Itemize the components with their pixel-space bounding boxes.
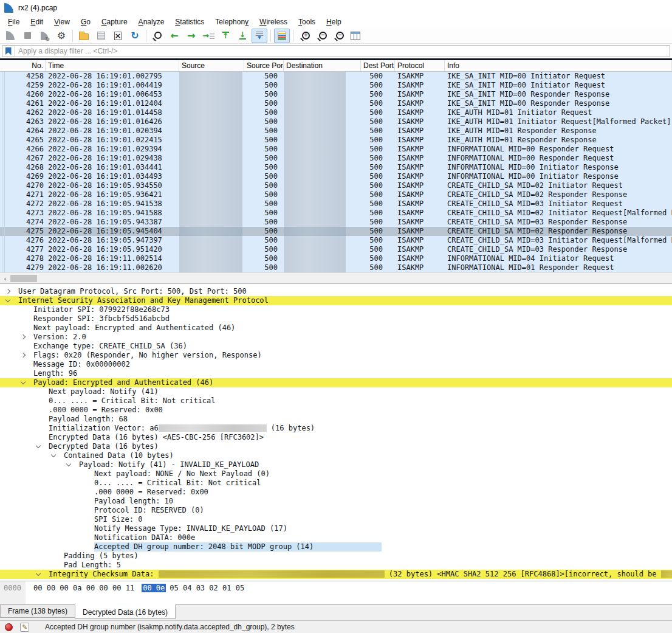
column-header-time[interactable]: Time (46, 60, 179, 71)
packet-row[interactable]: 42662022-06-28 16:19:01.029394500500ISAK… (0, 145, 672, 154)
save-file-button[interactable] (93, 29, 109, 43)
packet-row[interactable]: 42772022-06-28 16:19:05.951420500500ISAK… (0, 245, 672, 254)
detail-line[interactable]: Encrypted Data (16 bytes) <AES-CBC-256 [… (0, 433, 672, 442)
capture-options-button[interactable] (53, 29, 69, 43)
column-header-dest[interactable]: Destination (284, 60, 361, 71)
hex-bytes-before[interactable]: 00 00 00 0a 00 00 00 11 (33, 584, 134, 592)
go-to-packet-button[interactable] (201, 29, 216, 43)
filter-bookmark-button[interactable] (2, 46, 15, 57)
detail-line[interactable]: Next payload: Encrypted and Authenticate… (0, 323, 672, 333)
hscrollbar-thumb[interactable] (10, 275, 37, 282)
detail-line[interactable]: Pad Length: 5 (0, 561, 672, 570)
packet-row[interactable]: 42612022-06-28 16:19:01.012404500500ISAK… (0, 99, 672, 108)
colorize-button[interactable] (274, 29, 290, 43)
packet-row[interactable]: 42622022-06-28 16:19:01.014458500500ISAK… (0, 108, 672, 117)
packet-row[interactable]: 42722022-06-28 16:19:05.941538500500ISAK… (0, 199, 672, 209)
capture-comment-icon[interactable] (20, 623, 29, 632)
packet-row[interactable]: 42692022-06-28 16:19:01.034493500500ISAK… (0, 172, 672, 181)
auto-scroll-button[interactable] (252, 29, 267, 43)
packet-row[interactable]: 42592022-06-28 16:19:01.004419500500ISAK… (0, 81, 672, 90)
packet-row[interactable]: 42582022-06-28 16:19:01.002795500500ISAK… (0, 72, 672, 81)
packet-row[interactable]: 42742022-06-28 16:19:05.943387500500ISAK… (0, 218, 672, 227)
zoom-in-button[interactable] (297, 29, 312, 43)
close-file-button[interactable] (110, 29, 126, 43)
tab-frame-138-bytes[interactable]: Frame (138 bytes) (0, 605, 75, 618)
display-filter-field[interactable] (2, 45, 670, 57)
detail-line[interactable]: Notification DATA: 000e (0, 533, 672, 542)
go-back-button[interactable] (166, 29, 182, 43)
menu-statistics[interactable]: Statistics (170, 16, 210, 27)
go-to-top-button[interactable] (218, 29, 233, 43)
detail-line[interactable]: Next payload: NONE / No Next Payload (0) (0, 469, 672, 479)
detail-line[interactable]: Payload: Encrypted and Authenticated (46… (0, 378, 672, 387)
menu-go[interactable]: Go (75, 16, 96, 27)
hex-bytes-after[interactable]: 05 04 03 02 01 05 (170, 584, 244, 592)
packet-row[interactable]: 42712022-06-28 16:19:05.936421500500ISAK… (0, 190, 672, 199)
detail-line[interactable]: Accepted DH group number: 2048 bit MODP … (0, 542, 672, 552)
detail-line[interactable]: SPI Size: 0 (0, 515, 672, 524)
detail-line[interactable]: .000 0000 = Reserved: 0x00 (0, 488, 672, 497)
detail-line[interactable]: Responder SPI: 3fbcbf5d516abcbd (0, 314, 672, 323)
packet-row[interactable]: 42732022-06-28 16:19:05.941588500500ISAK… (0, 209, 672, 218)
zoom-original-button[interactable] (331, 29, 346, 43)
detail-line[interactable]: Exchange type: CREATE_CHILD_SA (36) (0, 342, 672, 351)
menu-file[interactable]: File (2, 16, 25, 27)
menu-analyze[interactable]: Analyze (133, 16, 170, 27)
packet-row[interactable]: 42602022-06-28 16:19:01.006453500500ISAK… (0, 90, 672, 99)
expert-info-icon[interactable] (5, 623, 13, 631)
column-header-info[interactable]: Info (445, 60, 672, 71)
detail-line[interactable]: Padding (5 bytes) (0, 552, 672, 561)
open-file-button[interactable] (76, 29, 92, 43)
hex-bytes-row[interactable]: 00 00 00 0a 00 00 00 1100 0e05 04 03 02 … (26, 581, 244, 592)
menu-view[interactable]: View (49, 16, 75, 27)
tab-decrypted-data-16-bytes[interactable]: Decrypted Data (16 bytes) (75, 604, 176, 619)
detail-line[interactable]: Flags: 0x20 (Responder, No higher versio… (0, 351, 672, 360)
detail-line[interactable]: Internet Security Association and Key Ma… (0, 296, 672, 305)
detail-line[interactable]: Payload: Notify (41) - INVALID_KE_PAYLOA… (0, 460, 672, 469)
stop-capture-button[interactable] (19, 29, 35, 43)
detail-line[interactable]: Protocol ID: RESERVED (0) (0, 506, 672, 515)
packet-row[interactable]: 42752022-06-28 16:19:05.945404500500ISAK… (0, 227, 672, 236)
packet-row[interactable]: 42782022-06-28 16:19:11.002514500500ISAK… (0, 254, 672, 263)
detail-line[interactable]: 0... .... = Critical Bit: Not critical (0, 396, 672, 406)
detail-line[interactable]: Version: 2.0 (0, 333, 672, 342)
zoom-out-button[interactable] (314, 29, 329, 43)
scroll-left-arrow-icon[interactable]: ‹ (0, 273, 10, 283)
detail-line[interactable]: Length: 96 (0, 369, 672, 378)
packet-row[interactable]: 42702022-06-28 16:19:05.934550500500ISAK… (0, 181, 672, 190)
detail-line[interactable]: Message ID: 0x00000002 (0, 360, 672, 369)
column-header-protocol[interactable]: Protocol (395, 60, 445, 71)
packet-row[interactable]: 42672022-06-28 16:19:01.029438500500ISAK… (0, 154, 672, 163)
packet-row[interactable]: 42652022-06-28 16:19:01.022415500500ISAK… (0, 136, 672, 145)
find-packet-button[interactable] (149, 29, 165, 43)
detail-line[interactable]: Payload length: 68 (0, 415, 672, 424)
packet-list-hscrollbar[interactable]: ‹ (0, 272, 672, 283)
go-to-bottom-button[interactable] (235, 29, 250, 43)
packet-row[interactable]: 42682022-06-28 16:19:01.034441500500ISAK… (0, 163, 672, 172)
detail-line[interactable]: Notify Message Type: INVALID_KE_PAYLOAD … (0, 524, 672, 533)
packet-row[interactable]: 42632022-06-28 16:19:01.016426500500ISAK… (0, 117, 672, 126)
column-header-no[interactable]: No. (0, 60, 46, 71)
detail-line[interactable]: Initiator SPI: 079922f88e268c73 (0, 305, 672, 314)
menu-wireless[interactable]: Wireless (254, 16, 293, 27)
restart-capture-button[interactable] (36, 29, 52, 43)
resize-columns-button[interactable] (348, 29, 363, 43)
menu-help[interactable]: Help (321, 16, 347, 27)
go-forward-button[interactable] (183, 29, 199, 43)
packet-row[interactable]: 42642022-06-28 16:19:01.020394500500ISAK… (0, 126, 672, 136)
detail-line[interactable]: .000 0000 = Reserved: 0x00 (0, 406, 672, 415)
detail-line[interactable]: Contained Data (10 bytes) (0, 451, 672, 460)
detail-line[interactable]: Initialization Vector: a6 (16 bytes) (0, 424, 672, 433)
column-header-srcport[interactable]: Source Port (244, 60, 284, 71)
detail-line[interactable]: Integrity Checksum Data: (32 bytes) <HMA… (0, 570, 672, 579)
detail-line[interactable]: Next payload: Notify (41) (0, 387, 672, 396)
column-header-dstport[interactable]: Dest Port (361, 60, 395, 71)
detail-line[interactable]: Decrypted Data (16 bytes) (0, 442, 672, 451)
reload-file-button[interactable] (127, 29, 143, 43)
menu-telephony[interactable]: Telephony (210, 16, 254, 27)
start-capture-button[interactable] (2, 29, 18, 43)
menu-capture[interactable]: Capture (96, 16, 133, 27)
detail-line[interactable]: Payload length: 10 (0, 497, 672, 506)
packet-row[interactable]: 42762022-06-28 16:19:05.947397500500ISAK… (0, 236, 672, 245)
detail-line[interactable]: 0... .... = Critical Bit: Not critical (0, 479, 672, 488)
